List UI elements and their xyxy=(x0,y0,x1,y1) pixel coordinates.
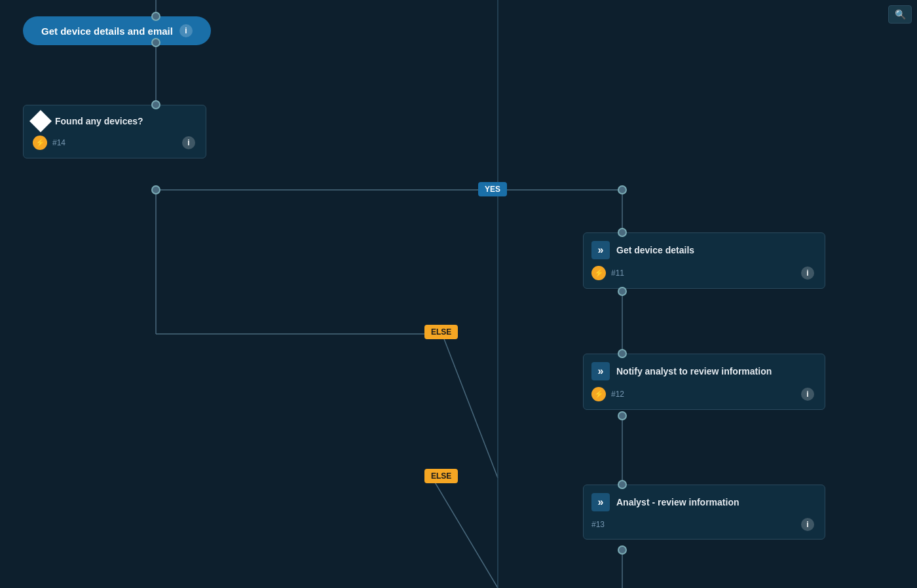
connector-analyst-in xyxy=(618,480,627,489)
get-device-email-title: Get device details and email xyxy=(41,26,173,37)
analyst-review-info-icon[interactable]: i xyxy=(801,518,814,531)
found-devices-info-icon[interactable]: i xyxy=(182,136,195,149)
get-device-details-node[interactable]: » Get device details ⚡ #11 i xyxy=(583,232,825,289)
found-devices-title: Found any devices? xyxy=(55,116,143,126)
notify-analyst-title: Notify analyst to review information xyxy=(616,365,772,377)
yes-label: YES xyxy=(478,182,507,196)
svg-line-11 xyxy=(432,478,498,588)
diamond-icon xyxy=(29,110,52,132)
connector-notify-in xyxy=(618,349,627,358)
get-device-details-id: #11 xyxy=(611,268,796,278)
analyst-review-arrow: » xyxy=(591,493,610,511)
flow-canvas: YES ELSE ELSE Get device details and ema… xyxy=(0,0,917,588)
get-device-details-lightning: ⚡ xyxy=(591,266,606,280)
found-devices-id: #14 xyxy=(52,138,177,147)
analyst-review-footer: #13 i xyxy=(591,518,814,531)
svg-line-10 xyxy=(442,334,498,478)
connector-analyst-out xyxy=(618,545,627,555)
get-device-details-arrow: » xyxy=(591,241,610,259)
notify-analyst-arrow: » xyxy=(591,362,610,380)
search-button[interactable]: 🔍 xyxy=(888,5,912,24)
get-device-details-footer: ⚡ #11 i xyxy=(591,266,814,280)
connector-get-device-in xyxy=(618,228,627,237)
notify-analyst-header: » Notify analyst to review information xyxy=(591,362,814,380)
analyst-review-title: Analyst - review information xyxy=(616,496,739,508)
get-device-details-info-icon[interactable]: i xyxy=(801,266,814,280)
found-devices-lightning: ⚡ xyxy=(33,136,47,150)
get-device-details-title: Get device details xyxy=(616,244,694,256)
get-device-details-header: » Get device details xyxy=(591,241,814,259)
connector-top xyxy=(151,12,160,21)
notify-analyst-info-icon[interactable]: i xyxy=(801,388,814,401)
else-label-1: ELSE xyxy=(424,325,458,339)
notify-analyst-footer: ⚡ #12 i xyxy=(591,387,814,401)
notify-analyst-lightning: ⚡ xyxy=(591,387,606,401)
found-devices-node[interactable]: Found any devices? ⚡ #14 i xyxy=(23,105,206,158)
analyst-review-node[interactable]: » Analyst - review information #13 i xyxy=(583,485,825,540)
connector-after-action xyxy=(151,38,160,47)
connector-notify-out xyxy=(618,411,627,420)
notify-analyst-node[interactable]: » Notify analyst to review information ⚡… xyxy=(583,354,825,410)
get-device-email-node[interactable]: Get device details and email i xyxy=(23,16,211,45)
condition-footer: ⚡ #14 i xyxy=(33,136,195,150)
analyst-review-header: » Analyst - review information xyxy=(591,493,814,511)
else-label-2: ELSE xyxy=(424,469,458,483)
connector-get-device-out xyxy=(618,287,627,296)
connector-condition-out xyxy=(151,185,160,194)
connector-before-condition xyxy=(151,100,160,109)
get-device-email-info-icon[interactable]: i xyxy=(179,24,193,37)
condition-header: Found any devices? xyxy=(33,113,195,129)
notify-analyst-id: #12 xyxy=(611,390,796,399)
analyst-review-id: #13 xyxy=(591,520,796,529)
connector-yes-in xyxy=(618,185,627,194)
search-icon: 🔍 xyxy=(895,9,906,20)
